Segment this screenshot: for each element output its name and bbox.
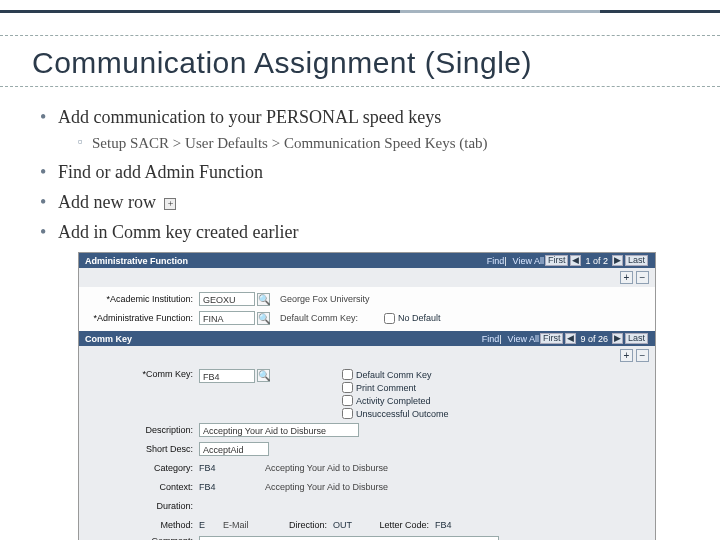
method-label: Method:: [87, 520, 199, 530]
pager-text: 9 of 26: [580, 334, 608, 344]
admin-function-field[interactable]: FINA: [199, 311, 255, 325]
bullet-4: Add in Comm key created earlier: [40, 220, 700, 244]
admin-function-label: Administrative Function:: [87, 313, 199, 323]
slide-title: Communication Assignment (Single): [32, 46, 720, 80]
admin-function-toolbar: + −: [79, 268, 655, 287]
comment-label: Comment:: [87, 536, 199, 540]
next-nav-button[interactable]: ▶: [612, 255, 623, 266]
institution-label: Academic Institution:: [87, 294, 199, 304]
comm-key-field[interactable]: FB4: [199, 369, 255, 383]
prev-nav-button[interactable]: ◀: [570, 255, 581, 266]
default-comm-key-checkbox[interactable]: Default Comm Key: [342, 369, 449, 380]
activity-completed-checkbox[interactable]: Activity Completed: [342, 395, 449, 406]
speed-keys-panel: Administrative Function Find | View All …: [78, 252, 656, 540]
comment-textarea[interactable]: [199, 536, 499, 540]
institution-desc: George Fox University: [280, 294, 370, 304]
institution-field[interactable]: GEOXU: [199, 292, 255, 306]
last-nav-button[interactable]: Last: [625, 255, 648, 266]
category-label: Category:: [87, 463, 199, 473]
lookup-icon[interactable]: 🔍: [257, 312, 270, 325]
admin-function-form: Academic Institution: GEOXU 🔍 George Fox…: [79, 287, 655, 331]
slide-top-band: [0, 10, 720, 36]
next-nav-button[interactable]: ▶: [612, 333, 623, 344]
lookup-icon[interactable]: 🔍: [257, 369, 270, 382]
admin-function-header: Administrative Function Find | View All …: [79, 253, 655, 268]
context-label: Context:: [87, 482, 199, 492]
duration-label: Duration:: [87, 501, 199, 511]
no-default-checkbox[interactable]: No Default: [384, 313, 441, 324]
comm-key-title: Comm Key: [85, 334, 132, 344]
no-default-text: No Default: [398, 313, 441, 323]
letter-code-value: FB4: [435, 520, 452, 530]
comm-key-toolbar: + −: [79, 346, 655, 365]
pager-text: 1 of 2: [585, 256, 608, 266]
comm-key-header: Comm Key Find | View All First ◀ 9 of 26…: [79, 331, 655, 346]
last-nav-button[interactable]: Last: [625, 333, 648, 344]
no-default-input[interactable]: [384, 313, 395, 324]
pipe: |: [504, 256, 506, 266]
description-label: Description:: [87, 425, 199, 435]
comm-key-label: Comm Key:: [87, 369, 199, 379]
pipe: |: [499, 334, 501, 344]
method-desc: E-Mail: [223, 520, 273, 530]
comm-key-form: Comm Key: FB4 🔍 Default Comm Key Print C…: [79, 365, 655, 540]
letter-code-label: Letter Code:: [365, 520, 435, 530]
method-value: E: [199, 520, 219, 530]
short-desc-field[interactable]: AcceptAid: [199, 442, 269, 456]
title-divider: [0, 86, 720, 87]
first-nav-button[interactable]: First: [540, 333, 564, 344]
add-row-button[interactable]: +: [620, 349, 633, 362]
admin-function-title: Administrative Function: [85, 256, 188, 266]
bullet-1-text: Add communication to your PERSONAL speed…: [58, 107, 441, 127]
bullet-list: Add communication to your PERSONAL speed…: [0, 105, 720, 244]
lookup-icon[interactable]: 🔍: [257, 293, 270, 306]
direction-value: OUT: [333, 520, 365, 530]
unsuccessful-outcome-checkbox[interactable]: Unsuccessful Outcome: [342, 408, 449, 419]
comm-key-options: Default Comm Key Print Comment Activity …: [342, 369, 449, 419]
print-comment-checkbox[interactable]: Print Comment: [342, 382, 449, 393]
delete-row-button[interactable]: −: [636, 349, 649, 362]
category-desc: Accepting Your Aid to Disburse: [265, 463, 388, 473]
bullet-1-sub: Setup SACR > User Defaults > Communicati…: [78, 133, 700, 153]
direction-label: Direction:: [273, 520, 333, 530]
bullet-3-text: Add new row: [58, 192, 156, 212]
context-value: FB4: [199, 482, 255, 492]
bullet-3: Add new row +: [40, 190, 700, 214]
view-all-link[interactable]: View All: [508, 334, 539, 344]
delete-row-button[interactable]: −: [636, 271, 649, 284]
first-nav-button[interactable]: First: [545, 255, 569, 266]
short-desc-label: Short Desc:: [87, 444, 199, 454]
description-field[interactable]: Accepting Your Aid to Disburse: [199, 423, 359, 437]
default-comm-key-label: Default Comm Key:: [280, 313, 372, 323]
add-row-icon: +: [164, 198, 176, 210]
bullet-2: Find or add Admin Function: [40, 160, 700, 184]
bullet-1: Add communication to your PERSONAL speed…: [40, 105, 700, 154]
context-desc: Accepting Your Aid to Disburse: [265, 482, 388, 492]
add-row-button[interactable]: +: [620, 271, 633, 284]
find-link[interactable]: Find: [482, 334, 500, 344]
view-all-link[interactable]: View All: [513, 256, 544, 266]
category-value: FB4: [199, 463, 255, 473]
find-link[interactable]: Find: [487, 256, 505, 266]
prev-nav-button[interactable]: ◀: [565, 333, 576, 344]
